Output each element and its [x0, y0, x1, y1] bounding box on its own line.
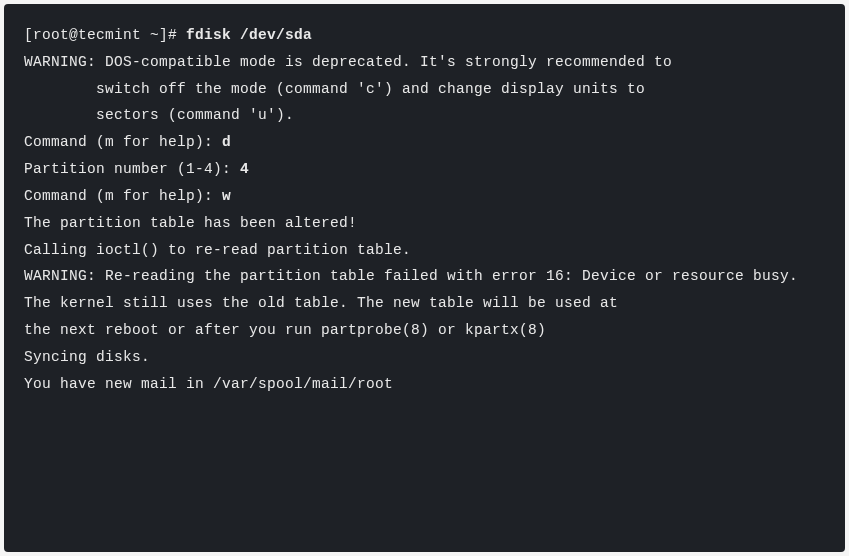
command-prompt-line-2: Command (m for help): w: [24, 183, 825, 210]
user-input-4: 4: [240, 161, 249, 177]
warning-line-2: switch off the mode (command 'c') and ch…: [24, 76, 825, 103]
command-text: fdisk /dev/sda: [186, 27, 312, 43]
user-input-d: d: [222, 134, 231, 150]
fdisk-prompt: Command (m for help):: [24, 134, 222, 150]
command-prompt-line-1: Command (m for help): d: [24, 129, 825, 156]
ioctl-message: Calling ioctl() to re-read partition tab…: [24, 237, 825, 264]
partition-prompt-line: Partition number (1-4): 4: [24, 156, 825, 183]
fdisk-prompt: Command (m for help):: [24, 188, 222, 204]
shell-prompt: [root@tecmint ~]#: [24, 27, 186, 43]
terminal-window: [root@tecmint ~]# fdisk /dev/sda WARNING…: [4, 4, 845, 552]
warning2-line-3: the next reboot or after you run partpro…: [24, 317, 825, 344]
prompt-line: [root@tecmint ~]# fdisk /dev/sda: [24, 22, 825, 49]
warning-line-1: WARNING: DOS-compatible mode is deprecat…: [24, 49, 825, 76]
altered-message: The partition table has been altered!: [24, 210, 825, 237]
warning2-line-1: WARNING: Re-reading the partition table …: [24, 263, 825, 290]
warning-line-3: sectors (command 'u').: [24, 102, 825, 129]
syncing-message: Syncing disks.: [24, 344, 825, 371]
warning2-line-2: The kernel still uses the old table. The…: [24, 290, 825, 317]
mail-message: You have new mail in /var/spool/mail/roo…: [24, 371, 825, 398]
user-input-w: w: [222, 188, 231, 204]
partition-prompt: Partition number (1-4):: [24, 161, 240, 177]
